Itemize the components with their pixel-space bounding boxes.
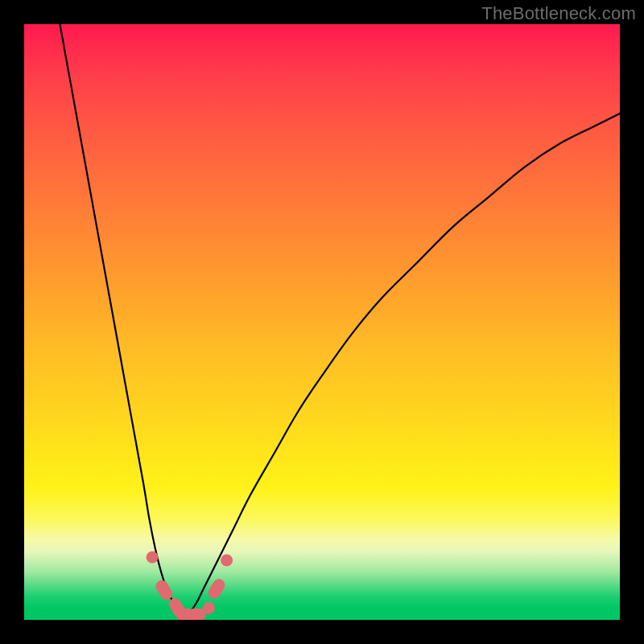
plot-area bbox=[24, 24, 620, 620]
chart-frame: TheBottleneck.com bbox=[0, 0, 644, 644]
curve-marker bbox=[221, 555, 233, 567]
watermark-text: TheBottleneck.com bbox=[481, 3, 636, 24]
curve-marker bbox=[203, 602, 215, 614]
curve-layer bbox=[60, 24, 620, 615]
curve-left-branch bbox=[60, 24, 184, 615]
curve-marker bbox=[188, 609, 206, 620]
curve-right-branch bbox=[185, 114, 620, 615]
curve-marker bbox=[147, 551, 159, 564]
chart-svg bbox=[24, 24, 620, 620]
curve-marker bbox=[206, 577, 227, 601]
